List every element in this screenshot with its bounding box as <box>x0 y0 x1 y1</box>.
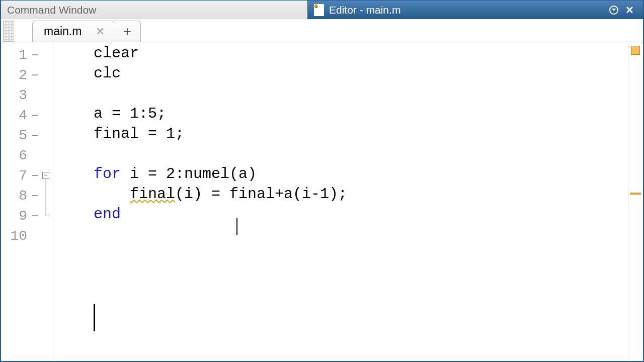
new-file-tab[interactable]: + <box>114 21 141 42</box>
command-window-label: Command Window <box>7 4 96 16</box>
code-line <box>94 226 628 246</box>
lineno: 1 <box>1 47 31 63</box>
code-line <box>94 145 628 165</box>
breakpoint-dash[interactable]: – <box>31 128 38 143</box>
code-line: end <box>94 206 628 226</box>
code-line: for i = 2:numel(a) <box>94 165 628 186</box>
warning-marker[interactable] <box>630 193 641 195</box>
editor-file-icon <box>314 4 324 16</box>
code-line: clc <box>94 65 628 85</box>
file-tab-label: main.m <box>44 25 82 38</box>
command-window-tab[interactable]: Command Window <box>1 0 308 19</box>
editor-title: Editor - main.m <box>329 4 400 16</box>
breakpoint-dash[interactable]: – <box>31 47 38 62</box>
code-line: a = 1:5; <box>94 105 628 125</box>
lineno: 10 <box>1 228 31 244</box>
code-line: final(i) = final+a(i-1); <box>94 186 628 206</box>
file-tab-main[interactable]: main.m ✕ <box>32 21 114 42</box>
code-line <box>94 85 628 105</box>
lineno: 8 <box>1 188 31 204</box>
lineno: 3 <box>1 87 31 103</box>
message-indicator-strip[interactable] <box>628 43 643 361</box>
gutter: 1– 2– 3 4– 5– 6 7–− 8– 9– 10 <box>1 43 53 361</box>
editor-body: 1– 2– 3 4– 5– 6 7–− 8– 9– 10 clear clc a… <box>1 42 643 361</box>
dock-menu-icon[interactable] <box>609 6 618 15</box>
lineno: 4 <box>1 108 31 123</box>
code-analyzer-status-icon[interactable] <box>631 46 640 55</box>
breakpoint-dash[interactable]: – <box>31 168 38 183</box>
code-line: clear <box>94 45 628 65</box>
code-area[interactable]: clear clc a = 1:5; final = 1; for i = 2:… <box>53 43 628 361</box>
lineno: 2 <box>1 67 31 83</box>
fold-toggle-icon[interactable]: − <box>42 172 49 179</box>
text-cursor <box>236 218 237 235</box>
close-file-icon[interactable]: ✕ <box>96 25 105 38</box>
editor-tab[interactable]: Editor - main.m ✕ <box>308 0 643 19</box>
breakpoint-dash[interactable]: – <box>31 188 38 203</box>
breakpoint-dash[interactable]: – <box>31 67 38 82</box>
lineno: 5 <box>1 128 31 143</box>
lineno: 6 <box>1 148 31 163</box>
close-panel-icon[interactable]: ✕ <box>625 5 634 15</box>
drag-handle[interactable] <box>3 21 14 42</box>
breakpoint-dash[interactable]: – <box>31 108 38 123</box>
command-cursor <box>94 304 95 331</box>
title-tabs: Command Window Editor - main.m ✕ <box>1 0 643 19</box>
lineno: 7 <box>1 168 31 184</box>
breakpoint-dash[interactable]: – <box>31 208 38 223</box>
lineno: 9 <box>1 208 31 224</box>
file-tabs-row: main.m ✕ + <box>1 19 643 42</box>
code-line: final = 1; <box>94 125 628 145</box>
